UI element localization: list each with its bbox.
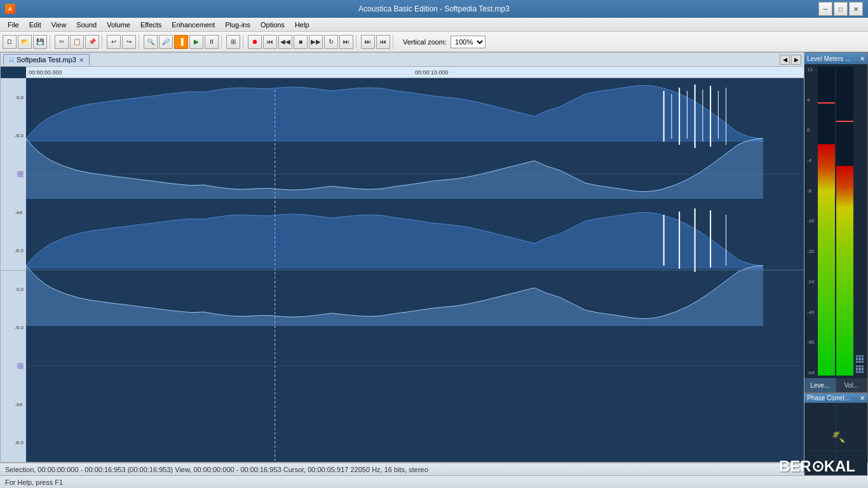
right-meter-peak bbox=[836, 121, 853, 122]
menu-help[interactable]: Help bbox=[290, 20, 315, 30]
right-meter-fill bbox=[836, 166, 853, 376]
forward-button[interactable]: ▶▶ bbox=[309, 35, 323, 49]
channel1-icon bbox=[17, 171, 24, 177]
menu-file[interactable]: File bbox=[3, 20, 24, 30]
title-bar-left: A bbox=[5, 4, 15, 14]
record-button[interactable]: ⏺ bbox=[248, 35, 262, 49]
level-tab[interactable]: Leve... bbox=[804, 378, 836, 392]
close-button[interactable]: ✕ bbox=[849, 2, 863, 16]
next-button[interactable]: ⏭ bbox=[339, 35, 353, 49]
skip-start-button[interactable]: ⏭ bbox=[361, 35, 375, 49]
left-meter-fill bbox=[818, 144, 835, 376]
meter-grid-btn-2[interactable] bbox=[856, 365, 864, 373]
sep3 bbox=[139, 35, 141, 49]
channel-labels: 0.0 -6.0 -inf. -6.0 0.0 -6.0 bbox=[1, 78, 26, 462]
sep5 bbox=[243, 35, 245, 49]
svg-point-33 bbox=[837, 435, 838, 437]
phase-correlator-header: Phase Correl... ✕ bbox=[804, 393, 867, 403]
grid-button[interactable]: ⊞ bbox=[226, 35, 240, 49]
menu-sound[interactable]: Sound bbox=[71, 20, 102, 30]
waveform-section: ♩♩ Softpedia Test.mp3 ✕ ◀ ▶ 00:00:00.000… bbox=[0, 52, 868, 463]
wave-nav-right[interactable]: ▶ bbox=[791, 55, 801, 65]
right-panels: Level Meters ... ✕ 12 4 0 -4 -8 -16 -20 … bbox=[804, 52, 868, 463]
time-ruler: 00:00:00.000 00:00:10.000 bbox=[26, 67, 804, 78]
svg-point-26 bbox=[833, 437, 834, 438]
menu-view[interactable]: View bbox=[46, 20, 72, 30]
volume-tab[interactable]: Vol... bbox=[836, 378, 868, 392]
zoom-out-button[interactable]: 🔎 bbox=[159, 35, 173, 49]
waveform-tab-bar: ♩♩ Softpedia Test.mp3 ✕ ◀ ▶ bbox=[1, 53, 804, 67]
select-tool[interactable]: ▐ bbox=[174, 35, 188, 49]
channel2-label: 0.0 -6.0 -inf. -6.0 bbox=[1, 271, 26, 463]
menu-volume[interactable]: Volume bbox=[102, 20, 135, 30]
new-button[interactable]: 🗋 bbox=[3, 35, 17, 49]
menu-effects[interactable]: Effects bbox=[135, 20, 166, 30]
waveform-display bbox=[26, 78, 804, 462]
open-button[interactable]: 📂 bbox=[18, 35, 32, 49]
wave-nav: ◀ ▶ bbox=[780, 55, 801, 65]
toolbar: 🗋 📂 💾 ✂ 📋 📌 ↩ ↪ 🔍 🔎 ▐ ▶ ⏸ ⊞ ⏺ ⏮ ◀◀ ■ ▶▶ … bbox=[0, 32, 868, 52]
prev-button[interactable]: ◀◀ bbox=[278, 35, 292, 49]
main-area: ♩♩ Softpedia Test.mp3 ✕ ◀ ▶ 00:00:00.000… bbox=[0, 52, 868, 475]
wave-nav-left[interactable]: ◀ bbox=[780, 55, 790, 65]
svg-point-36 bbox=[839, 433, 840, 434]
save-button[interactable]: 💾 bbox=[33, 35, 47, 49]
left-meter-peak bbox=[818, 102, 835, 104]
status-bar: Selection, 00:00:00:000 - 00:00:16:953 (… bbox=[0, 463, 868, 475]
phase-close[interactable]: ✕ bbox=[860, 395, 865, 402]
waveform-canvas[interactable]: 00:00:00.000 00:00:10.000 0.0 -6.0 -inf. bbox=[1, 67, 804, 462]
zoom-in-button[interactable]: 🔍 bbox=[144, 35, 158, 49]
waveform-svg bbox=[26, 78, 804, 462]
title-controls[interactable]: ─ □ ✕ bbox=[818, 2, 863, 16]
menu-options[interactable]: Options bbox=[255, 20, 290, 30]
zoom-select[interactable]: 100% 200% 50% 25% bbox=[451, 36, 485, 48]
sep1 bbox=[50, 35, 52, 49]
undo-button[interactable]: ↩ bbox=[107, 35, 121, 49]
left-meter bbox=[818, 67, 835, 376]
level-meters-title: Level Meters ... bbox=[807, 55, 850, 62]
menu-plugins[interactable]: Plug-ins bbox=[220, 20, 255, 30]
rewind-button[interactable]: ⏮ bbox=[263, 35, 277, 49]
phase-title: Phase Correl... bbox=[807, 395, 850, 402]
app-icon: A bbox=[5, 4, 15, 14]
tab-close-icon[interactable]: ✕ bbox=[79, 57, 84, 64]
pause-button[interactable]: ⏸ bbox=[205, 35, 219, 49]
svg-point-32 bbox=[834, 433, 836, 435]
svg-point-34 bbox=[836, 431, 837, 433]
skip-end-button[interactable]: ⏮ bbox=[376, 35, 390, 49]
loop-button[interactable]: ↻ bbox=[324, 35, 338, 49]
copy-button[interactable]: 📋 bbox=[70, 35, 84, 49]
menu-edit[interactable]: Edit bbox=[24, 20, 46, 30]
minimize-button[interactable]: ─ bbox=[818, 2, 832, 16]
zoom-label: Vertical zoom: bbox=[403, 38, 447, 46]
level-meters-close[interactable]: ✕ bbox=[860, 55, 865, 62]
paste-button[interactable]: 📌 bbox=[85, 35, 99, 49]
level-meters: Level Meters ... ✕ 12 4 0 -4 -8 -16 -20 … bbox=[804, 52, 868, 393]
sep6 bbox=[356, 35, 358, 49]
waveform-container: ♩♩ Softpedia Test.mp3 ✕ ◀ ▶ 00:00:00.000… bbox=[0, 52, 804, 463]
svg-point-31 bbox=[837, 433, 839, 435]
waveform-tab[interactable]: ♩♩ Softpedia Test.mp3 ✕ bbox=[3, 54, 90, 65]
time-mark-mid: 00:00:10.000 bbox=[415, 69, 449, 76]
menu-enhancement[interactable]: Enhancement bbox=[166, 20, 220, 30]
svg-point-40 bbox=[843, 442, 844, 443]
channel1-label: 0.0 -6.0 -inf. -6.0 bbox=[1, 78, 26, 271]
channel2-icon bbox=[17, 363, 24, 369]
maximize-button[interactable]: □ bbox=[834, 2, 848, 16]
menu-bar: File Edit View Sound Volume Effects Enha… bbox=[0, 18, 868, 32]
redo-button[interactable]: ↪ bbox=[122, 35, 136, 49]
svg-point-27 bbox=[838, 431, 839, 433]
right-meter bbox=[836, 67, 853, 376]
app-status-bar: For Help, press F1 bbox=[0, 475, 868, 488]
cut-button[interactable]: ✂ bbox=[55, 35, 69, 49]
meter-right-controls bbox=[855, 67, 865, 376]
help-text: For Help, press F1 bbox=[5, 478, 63, 486]
stop-button[interactable]: ■ bbox=[294, 35, 308, 49]
svg-point-35 bbox=[836, 437, 837, 438]
meter-scale: 12 4 0 -4 -8 -16 -20 -24 -40 -60 -inf. bbox=[807, 67, 817, 376]
meter-grid-btn-1[interactable] bbox=[856, 355, 864, 363]
play-button[interactable]: ▶ bbox=[189, 35, 203, 49]
level-meters-body: 12 4 0 -4 -8 -16 -20 -24 -40 -60 -inf. bbox=[804, 64, 867, 378]
level-meters-header: Level Meters ... ✕ bbox=[804, 53, 867, 64]
title-bar: A Acoustica Basic Edition - Softpedia Te… bbox=[0, 0, 868, 18]
